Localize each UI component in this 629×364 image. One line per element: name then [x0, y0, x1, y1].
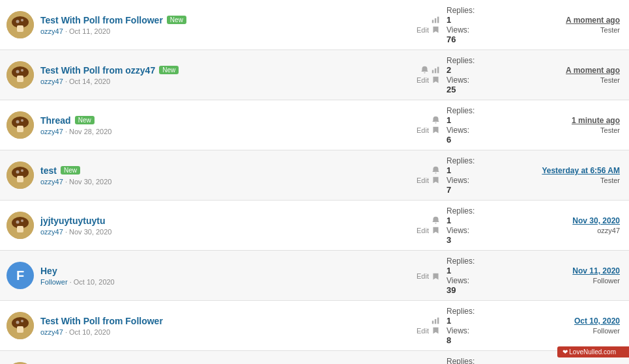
last-post-time[interactable]: A moment ago	[566, 16, 620, 25]
last-post-col: A moment ago Tester	[518, 65, 622, 85]
stats-col: Replies: 1 Views: 6	[446, 105, 518, 145]
thread-title-link[interactable]: Test With Poll from Follower	[40, 316, 163, 326]
bell-icon	[420, 66, 429, 74]
table-row: FHeyFollower · Oct 10, 2020Edit Replies:…	[0, 251, 629, 301]
thread-list: Test With Poll from FollowerNewozzy47 · …	[0, 0, 629, 364]
views-count: 39	[446, 285, 456, 295]
chart-icon	[432, 66, 440, 74]
svg-point-12	[21, 69, 23, 72]
thread-author[interactable]: ozzy47	[40, 77, 63, 85]
thread-title-link[interactable]: Test With Poll from Follower	[40, 15, 163, 25]
svg-rect-37	[435, 319, 436, 324]
svg-rect-23	[17, 176, 23, 182]
views-label: Views:	[446, 326, 469, 335]
bookmark-icon	[432, 76, 440, 84]
last-post-time[interactable]: Nov 30, 2020	[572, 216, 620, 225]
last-post-user: Tester	[600, 126, 620, 134]
replies-count: 1	[446, 15, 451, 25]
views-label: Views:	[446, 276, 469, 285]
bell-icon	[432, 116, 440, 124]
thread-author[interactable]: ozzy47	[40, 228, 63, 236]
avatar[interactable]	[7, 111, 34, 139]
replies-count: 1	[446, 316, 451, 326]
replies-label: Replies:	[446, 206, 475, 216]
thread-title-link[interactable]: Test With Poll from ozzy47	[40, 65, 155, 76]
bookmark-icon	[432, 226, 440, 234]
replies-count: 2	[446, 65, 451, 75]
svg-rect-5	[432, 20, 433, 23]
table-row: Test With Poll from FollowerNewozzy47 · …	[0, 0, 629, 50]
edit-link[interactable]: Edit	[417, 126, 429, 134]
thread-author[interactable]: ozzy47	[40, 328, 63, 336]
thread-author[interactable]: ozzy47	[40, 128, 63, 135]
thread-icons: Edit	[417, 16, 440, 34]
edit-row: Edit	[417, 76, 440, 84]
replies-label: Replies:	[446, 257, 475, 266]
last-post-col: Oct 10, 2020 Follower	[518, 316, 622, 335]
views-count: 7	[446, 185, 451, 195]
svg-point-3	[16, 20, 20, 23]
avatar[interactable]	[7, 11, 34, 38]
svg-point-19	[16, 120, 20, 124]
edit-row: Edit	[417, 326, 440, 335]
edit-row: Edit	[417, 25, 440, 34]
replies-label: Replies:	[446, 357, 475, 364]
svg-point-20	[21, 119, 23, 122]
last-post-time[interactable]: 1 minute ago	[572, 116, 620, 125]
edit-link[interactable]: Edit	[417, 176, 429, 184]
table-row: testNewozzy47 · Nov 30, 2020Edit Replies…	[0, 150, 629, 201]
thread-author[interactable]: Follower	[40, 278, 68, 286]
svg-rect-15	[437, 67, 439, 74]
avatar[interactable]	[7, 61, 34, 89]
last-post-time[interactable]: Oct 10, 2020	[574, 316, 620, 326]
edit-link[interactable]: Edit	[417, 327, 429, 335]
svg-rect-38	[437, 318, 439, 324]
last-post-user: Tester	[600, 76, 620, 84]
replies-count: 1	[446, 165, 451, 175]
table-row: Test With Poll from Followerozzy47 · Oct…	[0, 301, 629, 351]
edit-link[interactable]: Edit	[417, 26, 429, 34]
bookmark-icon	[432, 25, 440, 34]
chart-icon	[432, 16, 440, 24]
thread-title-link[interactable]: Thread	[40, 115, 71, 126]
table-row: Test With Poll from ozzy47ozzy47 · Oct 1…	[0, 351, 629, 364]
table-row: ThreadNewozzy47 · Nov 28, 2020Edit Repli…	[0, 100, 629, 150]
last-post-time[interactable]: Nov 11, 2020	[572, 266, 620, 275]
svg-rect-10	[17, 76, 23, 82]
avatar[interactable]	[7, 312, 34, 339]
thread-meta: ozzy47 · Nov 28, 2020	[40, 128, 417, 135]
thread-title-link[interactable]: test	[40, 165, 57, 176]
thread-author[interactable]: ozzy47	[40, 178, 63, 186]
last-post-user: Tester	[600, 26, 620, 34]
avatar[interactable]	[7, 161, 34, 189]
stats-col: Replies: 1 Views: 7	[446, 156, 518, 195]
thread-icons: Edit	[417, 316, 440, 335]
edit-link[interactable]: Edit	[417, 227, 429, 234]
thread-meta: ozzy47 · Nov 30, 2020	[40, 178, 417, 186]
last-post-col: Nov 11, 2020 Follower	[518, 266, 622, 285]
edit-link[interactable]: Edit	[417, 272, 429, 280]
thread-title-link[interactable]: Hey	[40, 266, 57, 276]
svg-rect-7	[437, 17, 439, 23]
thread-icons: Edit	[417, 116, 440, 134]
edit-row: Edit	[417, 226, 440, 234]
svg-rect-13	[432, 70, 433, 74]
stats-col: Replies: 1 Views: 3	[446, 206, 518, 245]
views-count: 8	[446, 335, 451, 345]
svg-point-25	[21, 169, 23, 172]
last-post-user: ozzy47	[597, 227, 620, 234]
last-post-time[interactable]: A moment ago	[566, 66, 620, 75]
last-post-time[interactable]: Yesterday at 6:56 AM	[542, 166, 620, 175]
svg-point-30	[21, 219, 23, 222]
thread-main: Test With Poll from ozzy47Newozzy47 · Oc…	[40, 65, 417, 85]
table-row: jyjtyuytuytuytuozzy47 · Nov 30, 2020Edit…	[0, 201, 629, 251]
views-count: 3	[446, 235, 451, 245]
thread-meta: ozzy47 · Oct 10, 2020	[40, 328, 417, 336]
edit-link[interactable]: Edit	[417, 76, 429, 84]
avatar[interactable]	[7, 212, 34, 239]
views-label: Views:	[446, 76, 469, 85]
avatar[interactable]: F	[7, 262, 34, 289]
svg-rect-2	[17, 25, 23, 32]
thread-author[interactable]: ozzy47	[40, 27, 63, 35]
thread-title-link[interactable]: jyjtyuytuytuytu	[40, 216, 106, 226]
